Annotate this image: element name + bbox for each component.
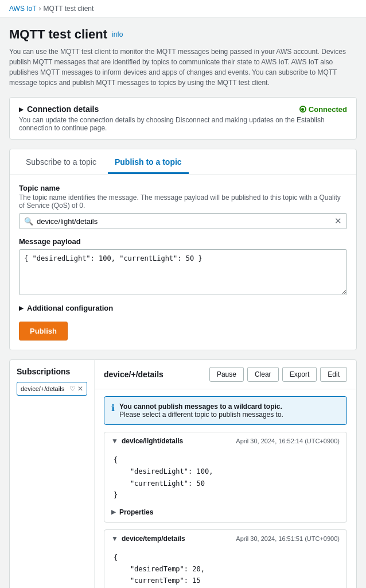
wildcard-warning-title: You cannot publish messages to a wildcar… — [119, 403, 283, 411]
subscriptions-sidebar: Subscriptions device/+/details ♡ ✕ — [10, 360, 95, 588]
message-card-0-topic[interactable]: ▼ device/light/details — [111, 437, 183, 445]
properties-0-label: Properties — [119, 508, 153, 516]
subscriptions-main-header: device/+/details Pause Clear Export Edit — [95, 360, 356, 389]
breadcrumb-parent[interactable]: AWS IoT — [9, 5, 37, 13]
message-card-1-body: { "desiredTemp": 20, "currentTemp": 15 } — [104, 547, 346, 588]
message-card-1-expand-icon: ▼ — [111, 535, 118, 543]
page-description: You can use the MQTT test client to moni… — [9, 47, 357, 88]
message-card-1-timestamp: April 30, 2024, 16:51:51 (UTC+0900) — [236, 535, 340, 542]
message-card-0: ▼ device/light/details April 30, 2024, 1… — [104, 432, 347, 523]
connection-header: ▶ Connection details Connected — [19, 105, 347, 114]
subscription-item[interactable]: device/+/details ♡ ✕ — [17, 382, 87, 396]
connection-title[interactable]: ▶ Connection details — [19, 105, 99, 114]
info-link[interactable]: info — [112, 30, 123, 38]
connection-expand-icon: ▶ — [19, 106, 24, 113]
connection-title-text: Connection details — [27, 105, 99, 114]
additional-config-toggle[interactable]: ▶ Additional configuration — [19, 304, 347, 312]
page-title: MQTT test client — [9, 27, 107, 42]
publish-button[interactable]: Publish — [19, 322, 68, 341]
additional-config-label: Additional configuration — [27, 304, 113, 312]
topic-hint: The topic name identifies the message. T… — [19, 194, 347, 210]
connected-badge: Connected — [299, 105, 347, 114]
export-button[interactable]: Export — [282, 367, 317, 382]
current-topic-name: device/+/details — [104, 370, 163, 379]
message-card-0-properties[interactable]: ▶ Properties — [104, 504, 346, 522]
topic-input[interactable] — [37, 217, 331, 226]
favorite-icon[interactable]: ♡ — [69, 385, 76, 393]
properties-0-arrow-icon: ▶ — [111, 509, 116, 515]
message-card-0-expand-icon: ▼ — [111, 437, 118, 445]
subscription-item-icons: ♡ ✕ — [69, 385, 83, 393]
payload-textarea[interactable]: { "desiredLight": 100, "currentLight": 5… — [19, 249, 347, 295]
message-card-1-topic-text: device/temp/details — [122, 535, 185, 543]
subscriptions-actions: Pause Clear Export Edit — [209, 367, 347, 382]
topic-panel: Subscribe to a topic Publish to a topic … — [9, 149, 357, 350]
connection-details-panel: ▶ Connection details Connected You can u… — [9, 97, 357, 140]
message-card-0-timestamp: April 30, 2024, 16:52:14 (UTC+0900) — [236, 438, 340, 444]
clear-button[interactable]: Clear — [247, 367, 279, 382]
breadcrumb: AWS IoT › MQTT test client — [0, 0, 366, 18]
connection-subtitle: You can update the connection details by… — [19, 116, 347, 132]
wildcard-warning-text: You cannot publish messages to a wildcar… — [119, 403, 283, 419]
search-icon: 🔍 — [24, 217, 33, 226]
publish-form: Topic name The topic name identifies the… — [10, 175, 356, 350]
wildcard-warning-banner: ℹ You cannot publish messages to a wildc… — [104, 396, 347, 425]
topic-input-wrap: 🔍 ✕ — [19, 213, 347, 229]
tabs: Subscribe to a topic Publish to a topic — [10, 149, 356, 175]
tab-publish[interactable]: Publish to a topic — [108, 149, 189, 174]
connected-dot-icon — [299, 106, 306, 113]
wildcard-warning-body: Please select a different topic to publi… — [119, 411, 283, 419]
additional-config-arrow-icon: ▶ — [19, 305, 24, 311]
subscriptions-main: device/+/details Pause Clear Export Edit… — [95, 360, 356, 588]
tab-subscribe[interactable]: Subscribe to a topic — [19, 149, 103, 174]
subscriptions-section: Subscriptions device/+/details ♡ ✕ devic… — [9, 359, 357, 588]
message-card-1-topic[interactable]: ▼ device/temp/details — [111, 535, 185, 543]
remove-subscription-icon[interactable]: ✕ — [77, 385, 83, 393]
breadcrumb-current: MQTT test client — [44, 5, 94, 13]
message-card-0-topic-text: device/light/details — [122, 437, 183, 445]
topic-clear-button[interactable]: ✕ — [334, 216, 342, 226]
payload-label: Message payload — [19, 237, 347, 246]
subscriptions-title: Subscriptions — [17, 367, 87, 376]
breadcrumb-separator: › — [39, 5, 41, 13]
message-card-0-header: ▼ device/light/details April 30, 2024, 1… — [104, 432, 346, 450]
pause-button[interactable]: Pause — [209, 367, 244, 382]
message-card-1-header: ▼ device/temp/details April 30, 2024, 16… — [104, 530, 346, 547]
message-card-1: ▼ device/temp/details April 30, 2024, 16… — [104, 529, 347, 588]
connected-label: Connected — [309, 105, 347, 114]
info-icon: ℹ — [111, 403, 115, 413]
message-card-0-body: { "desiredLight": 100, "currentLight": 5… — [104, 450, 346, 504]
subscription-item-text: device/+/details — [21, 385, 67, 392]
topic-label: Topic name — [19, 184, 347, 192]
page-title-row: MQTT test client info — [9, 27, 357, 42]
edit-button[interactable]: Edit — [320, 367, 347, 382]
